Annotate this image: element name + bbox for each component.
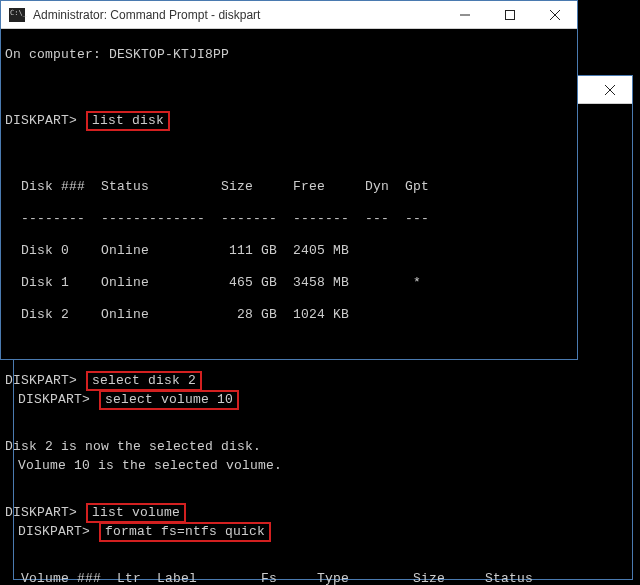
table-header: Volume ### Ltr Label Fs Type Size Status	[5, 571, 573, 585]
prompt: DISKPART>	[5, 373, 77, 388]
window-controls-front	[442, 1, 577, 28]
command-prompt-window-front: Administrator: Command Prompt - diskpart…	[0, 0, 578, 360]
output-line	[5, 79, 573, 95]
table-divider: -------- ------------- ------- ------- -…	[5, 211, 573, 227]
prompt: DISKPART>	[5, 113, 77, 128]
svg-rect-5	[505, 10, 514, 19]
highlight-list-disk: list disk	[86, 111, 170, 131]
output-line	[5, 407, 573, 423]
minimize-button[interactable]	[442, 1, 487, 28]
output-line: On computer: DESKTOP-KTJI8PP	[5, 47, 573, 63]
titlebar-front[interactable]: Administrator: Command Prompt - diskpart	[1, 1, 577, 29]
title-text-front: Administrator: Command Prompt - diskpart	[31, 8, 442, 22]
maximize-button[interactable]	[487, 1, 532, 28]
terminal-output-front[interactable]: On computer: DESKTOP-KTJI8PP DISKPART> l…	[1, 29, 577, 585]
table-row: Disk 2 Online 28 GB 1024 KB	[5, 307, 573, 323]
highlight-list-volume: list volume	[86, 503, 186, 523]
output-line: Disk 2 is now the selected disk.	[5, 439, 573, 455]
table-header: Disk ### Status Size Free Dyn Gpt	[5, 179, 573, 195]
table-row: Disk 1 Online 465 GB 3458 MB *	[5, 275, 573, 291]
output-line	[5, 147, 573, 163]
output-line	[5, 539, 573, 555]
output-line	[5, 471, 573, 487]
close-button[interactable]	[587, 76, 632, 103]
table-row: Disk 0 Online 111 GB 2405 MB	[5, 243, 573, 259]
output-line	[5, 339, 573, 355]
close-button[interactable]	[532, 1, 577, 28]
highlight-select-disk: select disk 2	[86, 371, 202, 391]
prompt: DISKPART>	[5, 505, 77, 520]
cmd-icon	[9, 8, 25, 22]
